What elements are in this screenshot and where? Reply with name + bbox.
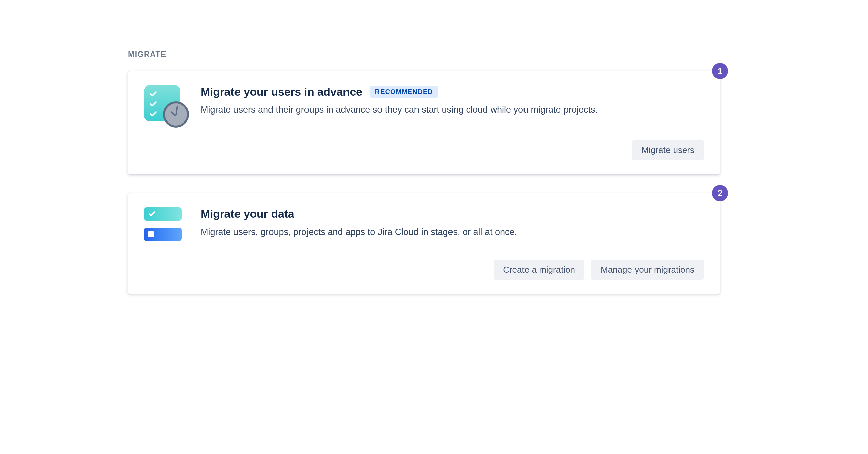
migrate-users-button[interactable]: Migrate users bbox=[632, 140, 704, 160]
card-description: Migrate users and their groups in advanc… bbox=[200, 103, 704, 117]
card-title: Migrate your users in advance bbox=[200, 85, 362, 98]
migrate-section: MIGRATE 1 bbox=[128, 50, 720, 313]
card-description: Migrate users, groups, projects and apps… bbox=[200, 225, 704, 239]
recommended-badge: RECOMMENDED bbox=[370, 86, 438, 98]
manage-migrations-button[interactable]: Manage your migrations bbox=[591, 260, 704, 280]
step-badge-2: 2 bbox=[712, 185, 728, 201]
migrate-users-icon bbox=[144, 85, 200, 125]
clock-icon bbox=[163, 101, 189, 127]
migrate-data-icon bbox=[144, 207, 200, 245]
migrate-users-card: 1 Migrate bbox=[128, 71, 720, 174]
step-badge-1: 1 bbox=[712, 63, 728, 79]
card-title: Migrate your data bbox=[200, 207, 294, 220]
section-label: MIGRATE bbox=[128, 50, 720, 59]
migrate-data-card: 2 Migrate your data Migrate users, group… bbox=[128, 193, 720, 294]
create-migration-button[interactable]: Create a migration bbox=[494, 260, 584, 280]
